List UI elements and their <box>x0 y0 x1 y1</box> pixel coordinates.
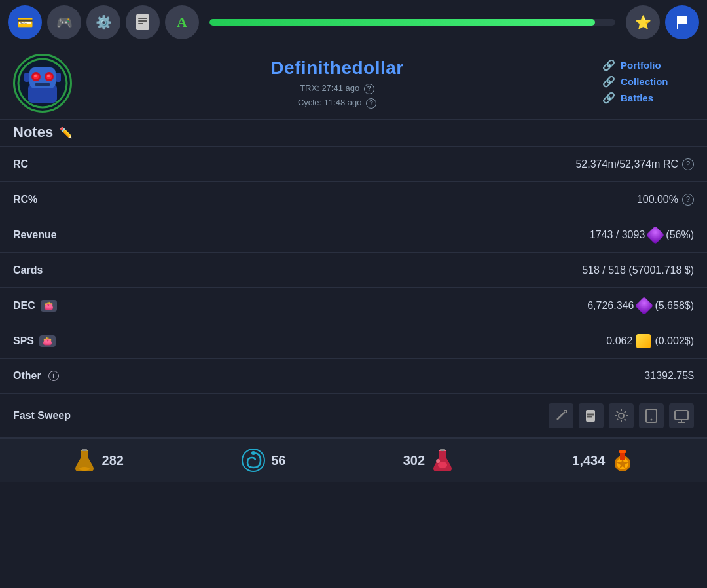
other-value: 31392.75$ <box>644 370 694 382</box>
progress-bar-fill <box>209 19 595 26</box>
potion-icon <box>72 448 97 473</box>
medals-item: 1,434 <box>572 448 635 473</box>
cycle-info-icon[interactable]: ? <box>366 98 376 109</box>
other-label: Other i <box>13 370 59 382</box>
sps-wallet-icon[interactable]: 👛 <box>39 335 56 347</box>
svg-rect-26 <box>675 411 688 420</box>
collection-link-label: Collection <box>621 76 668 87</box>
cherry-potion-icon <box>430 448 455 473</box>
cycle-value: 11:48 ago <box>324 98 362 107</box>
star-nav-icon[interactable]: ⭐ <box>626 5 660 39</box>
collection-link-icon: 🔗 <box>602 75 615 88</box>
rc-label: RC <box>13 158 28 170</box>
rc-percent-label: RC% <box>13 194 37 206</box>
paper-nav-icon[interactable] <box>126 5 160 39</box>
rc-percent-row: RC% 100.00% ? <box>0 181 707 217</box>
dec-suffix: (5.658$) <box>655 300 694 312</box>
trx-value: 27:41 ago <box>321 83 359 93</box>
notes-edit-icon[interactable]: ✏️ <box>60 126 73 139</box>
swirl-icon <box>241 448 266 473</box>
wallet-nav-icon[interactable]: 💳 <box>8 5 42 39</box>
svg-point-15 <box>34 75 37 77</box>
medal-icon <box>610 448 635 473</box>
sweep-icon-tablet[interactable] <box>639 403 664 428</box>
sps-label: SPS 👛 <box>13 335 56 347</box>
battles-link-icon: 🔗 <box>602 92 615 104</box>
svg-point-23 <box>619 413 624 418</box>
svg-point-29 <box>79 467 90 471</box>
other-label-text: Other <box>13 370 41 382</box>
sweep-icon-dagger[interactable] <box>549 403 573 428</box>
top-navigation: 💳 🎮 ⚙️ A ⭐ <box>0 0 707 45</box>
portfolio-link-label: Portfolio <box>621 60 661 71</box>
other-info-icon[interactable]: i <box>48 371 59 381</box>
svg-rect-30 <box>82 449 87 451</box>
rc-percent-question-icon[interactable]: ? <box>682 194 694 206</box>
battles-link[interactable]: 🔗 Battles <box>602 92 694 104</box>
svg-rect-2 <box>138 20 147 22</box>
settings-nav-icon[interactable]: ⚙️ <box>86 5 120 39</box>
sweep-icon-paper[interactable] <box>579 403 604 428</box>
stats-container: RC 52,374m/52,374m RC ? RC% 100.00% ? Re… <box>0 146 707 394</box>
battles-link-label: Battles <box>621 92 653 103</box>
sweep-icon-cog[interactable] <box>609 403 634 428</box>
rc-percent-value-text: 100.00% <box>637 194 678 206</box>
dec-label-text: DEC <box>13 300 35 312</box>
profile-center: Definithedollar TRX: 27:41 ago ? Cycle: … <box>88 54 587 110</box>
fast-sweep-label: Fast Sweep <box>13 410 71 422</box>
svg-rect-34 <box>440 449 445 451</box>
svg-rect-40 <box>619 450 626 453</box>
sps-suffix: (0.002$) <box>655 335 694 347</box>
svg-rect-10 <box>56 73 61 82</box>
other-row: Other i 31392.75$ <box>0 358 707 394</box>
cards-value-text: 518 / 518 (57001.718 $) <box>582 265 694 276</box>
fast-sweep-row: Fast Sweep <box>0 394 707 438</box>
letter-nav-icon[interactable]: A <box>165 5 199 39</box>
profile-links: 🔗 Portfolio 🔗 Collection 🔗 Battles <box>602 54 694 104</box>
svg-point-25 <box>651 419 653 421</box>
collection-link[interactable]: 🔗 Collection <box>602 75 694 88</box>
sps-token-icon <box>636 334 651 348</box>
svg-point-33 <box>438 462 447 468</box>
cards-row: Cards 518 / 518 (57001.718 $) <box>0 252 707 287</box>
portfolio-link[interactable]: 🔗 Portfolio <box>602 59 694 71</box>
svg-rect-21 <box>587 414 594 416</box>
sweep-icons <box>549 403 694 428</box>
svg-rect-1 <box>138 18 147 19</box>
dec-gem-icon <box>635 296 653 314</box>
notes-label: Notes <box>13 124 53 141</box>
svg-point-16 <box>47 75 50 77</box>
svg-rect-17 <box>35 83 50 86</box>
profile-section: Definithedollar TRX: 27:41 ago ? Cycle: … <box>0 45 707 119</box>
revenue-suffix: (56%) <box>666 229 694 241</box>
rc-question-icon[interactable]: ? <box>682 158 694 170</box>
potions2-count: 302 <box>403 453 425 468</box>
notes-section: Notes ✏️ <box>0 119 707 146</box>
swirl-value: 56 <box>271 453 285 468</box>
avatar <box>13 54 72 113</box>
gamepad-nav-icon[interactable]: 🎮 <box>47 5 81 39</box>
svg-rect-4 <box>677 16 687 24</box>
trx-info-icon[interactable]: ? <box>364 84 374 94</box>
svg-rect-5 <box>677 16 678 29</box>
rc-value: 52,374m/52,374m RC ? <box>575 158 694 170</box>
sps-row: SPS 👛 0.062 (0.002$) <box>0 323 707 358</box>
swirl-item: 56 <box>241 448 285 473</box>
potions-item: 282 <box>72 448 124 473</box>
dec-row: DEC 👛 6,726.346 (5.658$) <box>0 287 707 323</box>
svg-rect-22 <box>587 416 592 418</box>
dec-wallet-icon[interactable]: 👛 <box>41 300 57 312</box>
svg-rect-19 <box>586 410 595 422</box>
portfolio-link-icon: 🔗 <box>602 59 615 71</box>
sweep-icon-board[interactable] <box>669 403 694 428</box>
svg-rect-9 <box>24 73 29 82</box>
dec-label: DEC 👛 <box>13 300 57 312</box>
sps-label-text: SPS <box>13 335 34 347</box>
profile-meta: TRX: 27:41 ago ? Cycle: 11:48 ago ? <box>298 81 376 110</box>
trx-label: TRX: <box>300 83 319 93</box>
flag-nav-icon[interactable] <box>665 5 699 39</box>
svg-rect-3 <box>138 23 143 24</box>
svg-rect-0 <box>136 14 149 30</box>
rc-percent-value: 100.00% ? <box>637 194 694 206</box>
sps-value: 0.062 (0.002$) <box>606 334 694 348</box>
